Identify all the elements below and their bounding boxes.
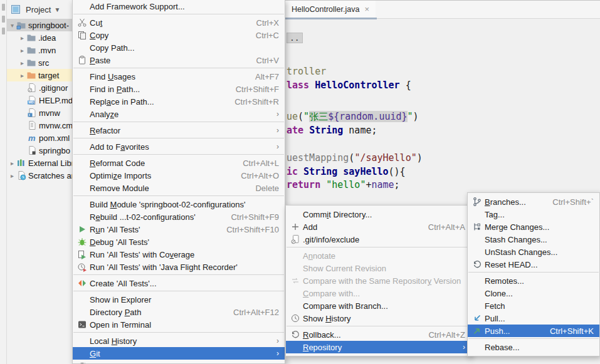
- menu-item-remove-module[interactable]: Remove ModuleDelete: [73, 182, 285, 194]
- menu-item-push[interactable]: Push...Ctrl+Shift+K: [468, 325, 599, 337]
- menu-item-label: Tag...: [485, 210, 505, 219]
- tree-item-springbo[interactable]: springbo: [7, 144, 72, 157]
- chevron-expanded-icon[interactable]: ▾: [8, 22, 16, 29]
- menu-item-reformat-code[interactable]: Reformat CodeCtrl+Alt+L: [73, 157, 285, 169]
- menu-item-rebase[interactable]: Rebase...: [468, 341, 599, 353]
- chevron-collapsed-icon[interactable]: ▸: [18, 60, 26, 66]
- blank-icon: [76, 84, 87, 94]
- menu-item-stash-changes[interactable]: Stash Changes...: [468, 233, 599, 246]
- code-line: ate String name;: [287, 124, 377, 137]
- menu-item-label: Stash Changes...: [485, 235, 547, 244]
- chevron-collapsed-icon[interactable]: ▸: [18, 72, 26, 79]
- blank-icon: [76, 307, 87, 317]
- tree-item-target[interactable]: ▸target: [7, 69, 72, 81]
- menu-shortcut: Ctrl+Shift+F9: [231, 212, 279, 222]
- menu-item-directory-path[interactable]: Directory PathCtrl+Alt+F12: [73, 306, 285, 318]
- excluded-folder-icon: [26, 70, 36, 80]
- push-icon: [471, 326, 482, 336]
- script-file-icon: [27, 108, 37, 118]
- menu-item-find-in-path[interactable]: Find in Path...Ctrl+Shift+F: [73, 83, 285, 95]
- menu-item-create-all-tests[interactable]: Create 'All Tests'...: [73, 277, 285, 289]
- cut-icon: [76, 18, 87, 28]
- blank-icon: [76, 71, 87, 81]
- menu-item-rebuild-t-02-configurations[interactable]: Rebuild ...t-02-configurations'Ctrl+Shif…: [73, 211, 285, 223]
- tree-item-pom-xml[interactable]: mpom.xml: [7, 132, 72, 144]
- chevron-collapsed-icon[interactable]: ▸: [18, 34, 26, 41]
- menu-item-reload-from-disk[interactable]: Reload from Disk: [73, 360, 285, 364]
- menu-item-commit-directory[interactable]: Commit Directory...: [286, 208, 471, 221]
- tree-item-idea[interactable]: ▸.idea: [7, 31, 72, 44]
- tree-item-springboot[interactable]: ▾springboot-: [7, 19, 72, 31]
- coverage-icon: [76, 249, 87, 259]
- menu-item-remotes[interactable]: Remotes...: [468, 274, 599, 287]
- menu-item-git-info-exclude[interactable]: .git/info/exclude: [286, 233, 471, 246]
- menu-separator: [73, 14, 284, 14]
- menu-item-pull[interactable]: Pull...: [468, 312, 599, 325]
- menu-item-cut[interactable]: CutCtrl+X: [73, 16, 285, 29]
- compare-icon: [290, 276, 300, 286]
- project-panel-header[interactable]: Project ▼: [7, 0, 72, 19]
- menu-item-label: Optimize Imports: [90, 171, 151, 180]
- menu-item-merge-changes[interactable]: Merge Changes...: [468, 221, 599, 233]
- chevron-down-icon[interactable]: ▼: [54, 6, 60, 13]
- tree-item-scratches-ar[interactable]: ▸Scratches ar: [7, 169, 72, 182]
- menu-item-paste[interactable]: PasteCtrl+V: [73, 54, 285, 66]
- menu-item-analyze[interactable]: Analyze›: [73, 108, 285, 120]
- menu-item-reset-head[interactable]: Reset HEAD...: [468, 258, 599, 271]
- menu-item-unstash-changes[interactable]: UnStash Changes...: [468, 246, 599, 258]
- menu-item-fetch[interactable]: Fetch: [468, 299, 599, 312]
- menu-shortcut: Ctrl+C: [256, 31, 279, 40]
- menu-item-label: Git: [90, 349, 100, 358]
- tool-window-stripe[interactable]: [0, 0, 7, 364]
- menu-item-tag[interactable]: Tag...: [468, 208, 599, 221]
- menu-item-label: Add Framework Support...: [90, 2, 185, 11]
- menu-item-run-all-tests-with-coverage[interactable]: Run 'All Tests' with Coverage: [73, 248, 285, 261]
- menu-item-copy[interactable]: CopyCtrl+C: [73, 29, 285, 41]
- menu-item-copy-path[interactable]: Copy Path...: [73, 41, 285, 54]
- menu-item-label: Refactor: [90, 126, 120, 135]
- menu-item-add-framework-support[interactable]: Add Framework Support...: [73, 0, 285, 13]
- menu-item-local-history[interactable]: Local History›: [73, 335, 285, 347]
- menu-item-git[interactable]: Git›: [73, 347, 285, 360]
- svg-text:m: m: [28, 133, 36, 143]
- menu-item-label: Compare with Branch...: [303, 301, 388, 311]
- menu-item-label: Annotate: [303, 251, 335, 261]
- tree-item-external-libr[interactable]: ▸External Libr: [7, 157, 72, 169]
- tree-item-mvn[interactable]: ▸.mvn: [7, 44, 72, 56]
- tree-item-gitignor[interactable]: .gitignor: [7, 81, 72, 94]
- code-line: troller: [287, 65, 326, 78]
- chevron-collapsed-icon[interactable]: ▸: [8, 160, 16, 167]
- menu-item-refactor[interactable]: Refactor›: [73, 124, 285, 137]
- menu-item-rollback[interactable]: Rollback...Ctrl+Alt+Z: [286, 328, 471, 341]
- tree-item-help-md[interactable]: MDHELP.md: [7, 94, 72, 107]
- menu-item-build-module-springboot-02-configurations[interactable]: Build Module 'springboot-02-configuratio…: [73, 198, 285, 211]
- menu-item-branches[interactable]: Branches...Ctrl+Shift+`: [468, 195, 599, 208]
- menu-item-run-all-tests[interactable]: Run 'All Tests'Ctrl+Shift+F10: [73, 223, 285, 236]
- folder-icon: [26, 33, 36, 43]
- menu-item-repository[interactable]: Repository›: [286, 341, 471, 353]
- menu-item-show-history[interactable]: Show History: [286, 312, 471, 325]
- tree-item-label: .gitignor: [39, 83, 68, 93]
- menu-item-add-to-favorites[interactable]: Add to Favorites›: [73, 140, 285, 153]
- tree-item-mvnw-cm[interactable]: mvnw.cm: [7, 119, 72, 132]
- tree-item-label: .idea: [38, 33, 56, 43]
- blank-icon: [76, 142, 87, 152]
- text-file-icon: [27, 120, 37, 130]
- menu-item-debug-all-tests[interactable]: Debug 'All Tests': [73, 236, 285, 248]
- menu-item-label: Copy Path...: [90, 43, 135, 53]
- menu-item-compare-with-branch[interactable]: Compare with Branch...: [286, 299, 471, 312]
- blank-icon: [290, 342, 300, 352]
- menu-item-clone[interactable]: Clone...: [468, 287, 599, 299]
- tree-item-mvnw[interactable]: mvnw: [7, 107, 72, 119]
- chevron-collapsed-icon[interactable]: ▸: [18, 47, 26, 54]
- tree-item-src[interactable]: ▸src: [7, 56, 72, 69]
- menu-item-find-usages[interactable]: Find UsagesAlt+F7: [73, 70, 285, 83]
- chevron-collapsed-icon[interactable]: ▸: [8, 172, 16, 179]
- blank-icon: [471, 209, 482, 219]
- menu-item-optimize-imports[interactable]: Optimize ImportsCtrl+Alt+O: [73, 169, 285, 182]
- menu-item-run-all-tests-with-java-flight-recorder[interactable]: Run 'All Tests' with 'Java Flight Record…: [73, 261, 285, 273]
- menu-item-open-in-terminal[interactable]: Open in Terminal: [73, 318, 285, 331]
- menu-item-add[interactable]: AddCtrl+Alt+A: [286, 221, 471, 233]
- menu-item-replace-in-path[interactable]: Replace in Path...Ctrl+Shift+R: [73, 95, 285, 108]
- menu-item-show-in-explorer[interactable]: Show in Explorer: [73, 293, 285, 306]
